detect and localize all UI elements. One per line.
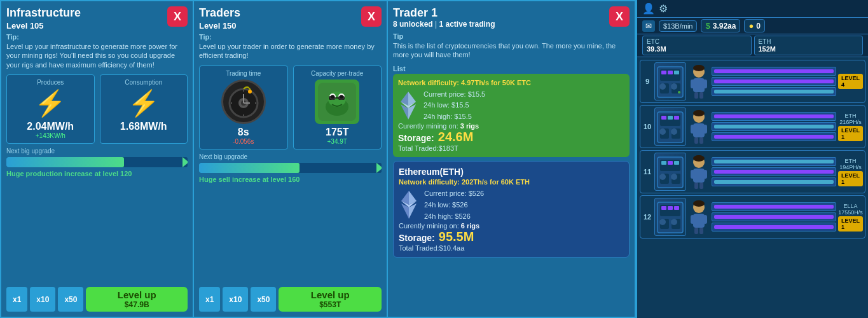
rig-9-image: [654, 62, 686, 100]
eth-network-diff: Network difficulty: 202Th/s for 60K ETH: [399, 178, 624, 186]
svg-rect-83: [661, 206, 666, 210]
traders-time-label: Trading time: [226, 70, 261, 77]
rig-10-level: LEVEL1: [838, 126, 863, 141]
infra-upgrade-hint: Huge production increase at level 120: [6, 170, 188, 177]
rig-row-12[interactable]: 12: [640, 195, 865, 238]
rig-row-11[interactable]: 11: [640, 150, 865, 193]
coin-icon: ●: [748, 21, 754, 31]
infra-consumption-box: Consumption ⚡ 1.68MW/h: [100, 74, 188, 144]
svg-point-87: [671, 219, 677, 225]
trader1-title: Trader 1: [393, 6, 495, 20]
coin-box: ● 0: [744, 19, 765, 32]
infrastructure-panel: Infrastructure Level 105 X Tip: Level up…: [0, 0, 194, 318]
traders-time-box: Trading time: [199, 66, 288, 149]
svg-point-62: [693, 110, 705, 116]
traders-x10-button[interactable]: x10: [223, 287, 248, 312]
traders-close-button[interactable]: X: [361, 6, 382, 27]
infra-x10-button[interactable]: x10: [30, 287, 55, 312]
rig-10-num: 10: [642, 123, 652, 130]
rig-11-slot-3: [712, 177, 836, 186]
etc-eth-row: ETC 39.3M ETH 152M: [637, 34, 868, 57]
svg-rect-92: [694, 228, 698, 234]
infra-bottom-row: x1 x10 x50 Level up $47.9B: [6, 287, 188, 312]
rig-12-name: ELLA 17550H/s: [838, 203, 863, 216]
trader1-tip-text: This is the list of cryptocurrencies tha…: [393, 41, 630, 60]
infra-produces-value: 2.04MW/h: [27, 121, 74, 132]
trader1-panel: Trader 1 8 unlocked | 1 active trading X…: [388, 0, 636, 318]
svg-point-78: [693, 155, 705, 162]
rig-11-slot-2: [712, 167, 836, 176]
rig-11-name: ETH 194PH/s: [839, 158, 862, 170]
rig-12-slot-3: [712, 223, 836, 232]
traders-upgrade-hint: Huge sell increase at level 160: [199, 176, 382, 183]
svg-marker-26: [401, 191, 409, 205]
svg-rect-74: [691, 170, 694, 179]
traders-capacity-box: Capacity per-trade: [293, 66, 382, 149]
svg-rect-53: [674, 116, 679, 120]
settings-icon[interactable]: ⚙: [659, 3, 668, 15]
trader1-close-button[interactable]: X: [609, 6, 630, 27]
etc-box: ETC 39.3M: [642, 36, 752, 55]
rig-11-level: LEVEL1: [838, 171, 863, 186]
bomb-icon: [221, 80, 266, 124]
infra-x50-button[interactable]: x50: [58, 287, 83, 312]
rig-11-num: 11: [642, 168, 652, 176]
svg-point-39: [678, 91, 680, 93]
eth-card: Ethereum(ETH) Network difficulty: 202Th/…: [393, 161, 630, 258]
rig-10-info: ETH 216PH/s LEVEL1: [838, 113, 863, 141]
svg-rect-68: [668, 161, 673, 165]
rig-12-slots: [712, 202, 836, 232]
infra-levelup-button[interactable]: Level up $47.9B: [86, 287, 188, 312]
eth-val: 152M: [759, 45, 859, 53]
sidebar-top-icons: 👤 ⚙: [642, 3, 668, 15]
traders-title: Traders: [199, 6, 240, 20]
svg-rect-77: [699, 183, 703, 189]
svg-rect-59: [703, 125, 707, 134]
traders-progress-fill: [199, 163, 300, 173]
mail-icon[interactable]: ✉: [642, 20, 655, 32]
infra-tip-text: Level up your infrastructure to generate…: [6, 42, 188, 69]
etc-total-traded: Total Traded:$183T: [398, 144, 624, 152]
infra-tip-label: Tip:: [6, 33, 188, 41]
svg-point-38: [671, 83, 677, 90]
svg-rect-89: [693, 214, 705, 228]
trader1-header: Trader 1 8 unlocked | 1 active trading X: [393, 6, 630, 30]
etc-logo: [398, 89, 418, 122]
traders-progress-arrow: [376, 163, 382, 173]
rig-row-9[interactable]: 9: [640, 60, 865, 103]
infra-x1-button[interactable]: x1: [6, 287, 27, 312]
infra-consumption-label: Consumption: [125, 79, 162, 86]
rate-value: $13B/min: [663, 22, 692, 30]
person-icon: 👤: [642, 3, 655, 15]
infra-produces-label: Produces: [37, 79, 64, 86]
eth-price: Current price: $526 24h low: $526 24h hi…: [424, 188, 624, 222]
traders-capacity-value: 175T: [326, 127, 348, 138]
traders-levelup-button[interactable]: Level up $553T: [279, 287, 382, 312]
etc-storage-value: 24.6M: [438, 130, 474, 144]
rig-12-slot-2: [712, 212, 836, 221]
infra-consumption-value: 1.68MW/h: [120, 121, 167, 132]
rate-box: $13B/min: [659, 20, 697, 32]
svg-rect-43: [703, 80, 707, 88]
rig-9-person: [688, 62, 710, 100]
eth-name: Ethereum(ETH): [399, 167, 624, 177]
eth-details: Current price: $526 24h low: $526 24h hi…: [424, 188, 624, 222]
svg-rect-85: [674, 206, 679, 210]
svg-point-37: [659, 83, 666, 90]
svg-rect-93: [699, 228, 703, 234]
rig-row-10[interactable]: 10: [640, 105, 865, 148]
traders-x50-button[interactable]: x50: [251, 287, 276, 312]
trader1-list-label: List: [393, 65, 630, 73]
rig-9-slot-2: [712, 77, 836, 86]
traders-x1-button[interactable]: x1: [199, 287, 220, 312]
sidebar-currency-row: ✉ $13B/min $ 3.92aa ● 0: [637, 18, 868, 34]
infra-levelup-label: Level up: [118, 289, 156, 300]
svg-rect-35: [668, 71, 673, 74]
rig-11-image: [654, 153, 686, 191]
rig-9-num: 9: [642, 78, 652, 85]
svg-rect-90: [691, 215, 694, 224]
infra-produces-box: Produces ⚡ 2.04MW/h +143KW/h: [6, 74, 95, 144]
traders-level: Level 150: [199, 21, 240, 31]
infra-close-button[interactable]: X: [167, 6, 188, 27]
rig-9-slot-3: [712, 87, 836, 96]
